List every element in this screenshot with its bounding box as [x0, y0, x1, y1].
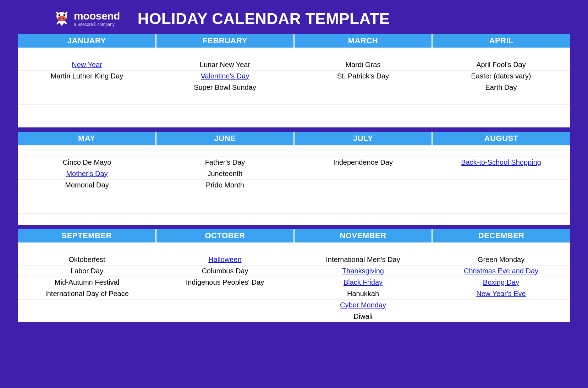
holiday-cell: Columbus Day [156, 266, 294, 277]
holiday-cell: Oktoberfest [18, 254, 156, 266]
holiday-cell[interactable]: New Year [18, 59, 156, 71]
month-header: JULY [294, 132, 432, 146]
spacer-cell [18, 243, 156, 254]
holiday-cell [294, 202, 432, 213]
holiday-link[interactable]: New Year [72, 61, 102, 69]
holiday-cell [294, 213, 432, 225]
holiday-cell [432, 179, 570, 191]
svg-point-2 [59, 18, 61, 19]
holiday-cell [432, 311, 570, 322]
holiday-cell [432, 168, 570, 179]
holiday-cell: Green Monday [432, 254, 570, 266]
holiday-cell: St. Patrick's Day [294, 71, 432, 82]
holiday-cell[interactable]: Back-to-School Shopping [432, 157, 570, 168]
month-header: MARCH [294, 34, 432, 48]
spacer-cell [18, 145, 156, 157]
month-header: JUNE [156, 132, 294, 146]
holiday-cell[interactable]: Christmas Eve and Day [432, 266, 570, 277]
month-header: OCTOBER [156, 229, 294, 243]
holiday-cell [432, 116, 570, 127]
month-header: DECEMBER [432, 229, 570, 243]
holiday-link[interactable]: Cyber Monday [340, 301, 386, 309]
holiday-cell [294, 82, 432, 93]
holiday-cell [156, 300, 294, 311]
spacer-cell [294, 48, 432, 59]
holiday-cell [156, 191, 294, 202]
holiday-link[interactable]: Thanksgiving [342, 267, 384, 275]
brand-tagline: a Sitecore® company [74, 22, 120, 27]
holiday-link[interactable]: Valentine's Day [201, 72, 249, 80]
holiday-cell: Diwali [294, 311, 432, 322]
holiday-cell: Martin Luther King Day [18, 71, 156, 82]
holiday-cell [18, 116, 156, 127]
holiday-link[interactable]: Halloween [208, 256, 241, 263]
brand-logo: moosend a Sitecore® company [53, 10, 120, 27]
holiday-cell[interactable]: Boxing Day [432, 277, 570, 288]
spacer-cell [156, 243, 294, 254]
holiday-cell[interactable]: Cyber Monday [294, 300, 432, 311]
holiday-cell[interactable]: Black Friday [294, 277, 432, 288]
holiday-cell [156, 288, 294, 300]
holiday-link[interactable]: Back-to-School Shopping [461, 158, 541, 166]
holiday-link[interactable]: Christmas Eve and Day [464, 267, 538, 275]
holiday-cell [432, 105, 570, 116]
month-header: MAY [18, 132, 156, 146]
holiday-cell: Labor Day [18, 266, 156, 277]
section-gap [18, 127, 570, 132]
svg-point-3 [63, 18, 64, 19]
spacer-cell [156, 145, 294, 157]
holiday-cell[interactable]: Halloween [156, 254, 294, 266]
holiday-cell: Independence Day [294, 157, 432, 168]
month-header: APRIL [432, 34, 570, 48]
month-header: NOVEMBER [294, 229, 432, 243]
holiday-cell[interactable]: Thanksgiving [294, 266, 432, 277]
month-header: FEBRUARY [156, 34, 294, 48]
holiday-cell [432, 300, 570, 311]
holiday-cell: Hanukkah [294, 288, 432, 300]
holiday-cell: International Men's Day [294, 254, 432, 266]
spacer-cell [18, 48, 156, 59]
holiday-cell [156, 202, 294, 213]
holiday-cell[interactable]: New Year's Eve [432, 288, 570, 300]
holiday-cell [294, 191, 432, 202]
holiday-cell: Memorial Day [18, 179, 156, 191]
holiday-cell [156, 93, 294, 105]
moosend-cow-icon [53, 10, 70, 27]
holiday-cell: Lunar New Year [156, 59, 294, 71]
holiday-cell [18, 300, 156, 311]
holiday-cell[interactable]: Mother's Day [18, 168, 156, 179]
holiday-cell [18, 191, 156, 202]
holiday-link[interactable]: Black Friday [344, 278, 383, 286]
holiday-cell: International Day of Peace [18, 288, 156, 300]
holiday-cell [294, 105, 432, 116]
holiday-cell: Cinco De Mayo [18, 157, 156, 168]
holiday-link[interactable]: Mother's Day [66, 170, 108, 177]
spacer-cell [432, 243, 570, 254]
spacer-cell [432, 48, 570, 59]
holiday-link[interactable]: Boxing Day [483, 278, 519, 286]
holiday-cell: Easter (dates vary) [432, 71, 570, 82]
holiday-cell [156, 311, 294, 322]
holiday-cell [432, 202, 570, 213]
spacer-cell [294, 145, 432, 157]
holiday-cell[interactable]: Valentine's Day [156, 71, 294, 82]
holiday-cell: Juneteenth [156, 168, 294, 179]
holiday-cell: April Fool's Day [432, 59, 570, 71]
holiday-cell: Super Bowl Sunday [156, 82, 294, 93]
holiday-cell [432, 191, 570, 202]
holiday-cell [294, 168, 432, 179]
month-header: SEPTEMBER [18, 229, 156, 243]
page-title: HOLIDAY CALENDAR TEMPLATE [138, 10, 390, 28]
holiday-cell: Mardi Gras [294, 59, 432, 71]
holiday-cell [18, 311, 156, 322]
holiday-cell [18, 82, 156, 93]
calendar-grid: JANUARYFEBRUARYMARCHAPRILNew YearLunar N… [0, 34, 588, 322]
header: moosend a Sitecore® company HOLIDAY CALE… [0, 0, 588, 34]
holiday-cell [294, 116, 432, 127]
holiday-cell: Mid-Autumn Festival [18, 277, 156, 288]
holiday-cell [156, 105, 294, 116]
holiday-cell [294, 93, 432, 105]
spacer-cell [432, 145, 570, 157]
holiday-link[interactable]: New Year's Eve [476, 290, 526, 297]
svg-point-5 [64, 14, 65, 16]
